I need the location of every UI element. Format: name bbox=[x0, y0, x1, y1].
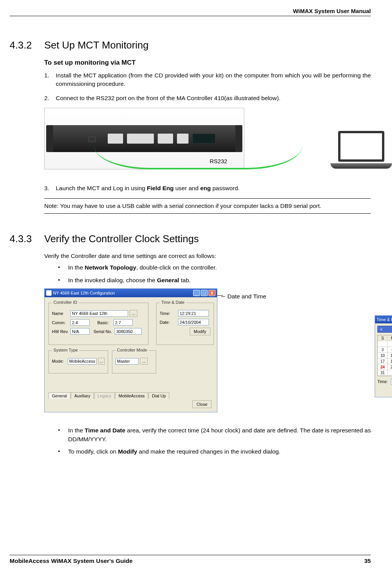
window-titlebar: NY 4568 East 12th Configuration _ □ X bbox=[45, 289, 217, 297]
note-block: Note: You may have to use a USB cable wi… bbox=[44, 198, 371, 214]
section-number: 4.3.2 bbox=[10, 39, 44, 51]
bullet-item: • In the Network Topology, double-click … bbox=[58, 263, 371, 272]
dow-row: S M T W T F S bbox=[378, 335, 392, 341]
day-cell[interactable]: 25 bbox=[388, 364, 392, 370]
day-cell bbox=[388, 341, 392, 347]
rs232-label: RS232 bbox=[210, 158, 227, 164]
laptop-icon bbox=[330, 131, 392, 175]
day-cell[interactable]: 11 bbox=[388, 353, 392, 358]
close-dialog-button[interactable]: Close bbox=[192, 400, 212, 408]
basic-input[interactable] bbox=[113, 319, 133, 326]
step-2: 2. Connect to the RS232 port on the fron… bbox=[44, 94, 371, 102]
mode-label: Mode: bbox=[52, 359, 68, 363]
step-number: 2. bbox=[44, 94, 56, 102]
minimize-button[interactable]: _ bbox=[193, 290, 200, 296]
group-legend: System Type bbox=[52, 348, 79, 352]
hw-input[interactable] bbox=[70, 328, 90, 335]
panel-icon bbox=[108, 134, 123, 144]
day-cell[interactable]: 31 bbox=[378, 370, 388, 376]
datepicker-titlebar: Time & Date configura... X bbox=[375, 316, 392, 323]
name-input[interactable] bbox=[70, 310, 128, 317]
group-legend: Controller ID bbox=[52, 300, 79, 305]
day-cell[interactable]: 18 bbox=[388, 358, 392, 364]
laptop-screen-icon bbox=[338, 131, 384, 162]
comm-label: Comm: bbox=[52, 320, 70, 325]
browse-button[interactable]: ... bbox=[98, 358, 105, 365]
step-number: 1. bbox=[44, 71, 56, 89]
day-cell[interactable]: 10 bbox=[378, 353, 388, 358]
serial-input[interactable] bbox=[115, 328, 142, 335]
close-button[interactable]: X bbox=[209, 290, 215, 296]
controller-mode-group: Controller Mode ... bbox=[112, 350, 156, 373]
bullet-item: • In the Time and Date area, verify the … bbox=[58, 426, 371, 444]
date-time-callout: Date and Time bbox=[221, 293, 266, 300]
calendar-row: 31 bbox=[378, 370, 392, 376]
config-window: NY 4568 East 12th Configuration _ □ X Co… bbox=[44, 288, 217, 412]
datepicker-window: Time & Date configura... X < October 200… bbox=[375, 315, 392, 397]
prev-month-button[interactable]: < bbox=[380, 327, 382, 332]
controller-mode-input[interactable] bbox=[115, 358, 138, 365]
tab-general[interactable]: General bbox=[48, 392, 70, 399]
basic-label: Basic: bbox=[97, 320, 113, 325]
cable-icon bbox=[94, 146, 302, 169]
controller-id-group: Controller ID Name ... Comm: Basic: HW R… bbox=[48, 303, 148, 345]
time-date-group: Time & Date Time: Date: Modify bbox=[156, 303, 214, 345]
time-label: Time: bbox=[377, 379, 388, 384]
config-figure: Date and Time NY 4568 East 12th Configur… bbox=[44, 288, 371, 419]
tab-dialup[interactable]: Dial Up bbox=[148, 392, 169, 399]
section-number: 4.3.3 bbox=[10, 233, 44, 245]
comm-input[interactable] bbox=[70, 319, 90, 326]
page-footer: MobileAccess WiMAX System User's Guide 3… bbox=[10, 555, 371, 564]
day-cell[interactable]: 4 bbox=[388, 347, 392, 353]
browse-button[interactable]: ... bbox=[130, 310, 137, 317]
day-cell bbox=[388, 370, 392, 376]
section-heading-432: 4.3.2Set Up MCT Monitoring bbox=[10, 39, 371, 51]
day-cell[interactable]: 17 bbox=[378, 358, 388, 364]
step-text: Connect to the RS232 port on the front o… bbox=[56, 94, 371, 102]
step-text: Install the MCT application (from the CD… bbox=[56, 71, 371, 89]
bullet-icon: • bbox=[58, 263, 68, 272]
tab-legacy[interactable]: Legacy bbox=[94, 392, 115, 399]
date-input[interactable] bbox=[178, 319, 209, 325]
time-row: Time: ▲▼ : ▲▼ bbox=[377, 378, 392, 385]
dow-cell: S bbox=[378, 335, 388, 341]
serial-label: Serial No. bbox=[93, 329, 115, 334]
tab-bar: General Auxiliary Legacy MobileAccess Di… bbox=[48, 392, 170, 399]
step-number: 3. bbox=[44, 184, 56, 193]
calendar-row: 3456789 bbox=[378, 347, 392, 353]
steps-list-2: 3. Launch the MCT and Log in using Field… bbox=[44, 184, 371, 193]
footer-left: MobileAccess WiMAX System User's Guide bbox=[10, 558, 133, 564]
maximize-button[interactable]: □ bbox=[201, 290, 208, 296]
group-legend: Controller Mode bbox=[115, 348, 148, 352]
dow-cell: M bbox=[388, 335, 392, 341]
window-title: NY 4568 East 12th Configuration bbox=[53, 291, 192, 295]
day-cell bbox=[378, 341, 388, 347]
modify-button[interactable]: Modify bbox=[190, 328, 210, 335]
datepicker-title: Time & Date configura... bbox=[377, 317, 392, 322]
date-label: Date: bbox=[160, 320, 178, 325]
calendar-row: 24252627282930 bbox=[378, 364, 392, 370]
mode-input[interactable] bbox=[68, 358, 97, 365]
browse-button[interactable]: ... bbox=[140, 358, 148, 365]
day-cell[interactable]: 3 bbox=[378, 347, 388, 353]
section-title: Verify the Controller Clock Settings bbox=[44, 233, 199, 244]
name-label: Name bbox=[52, 311, 70, 316]
subhead-432: To set up monitoring via MCT bbox=[44, 59, 371, 67]
system-type-group: System Type Mode: ... bbox=[48, 350, 108, 373]
page-header: WiMAX System User Manual bbox=[10, 8, 371, 16]
page-number: 35 bbox=[364, 558, 371, 564]
day-cell[interactable]: 24 bbox=[378, 364, 388, 370]
device-figure: RS232 bbox=[44, 108, 371, 177]
app-icon bbox=[46, 290, 52, 296]
tab-auxiliary[interactable]: Auxiliary bbox=[71, 392, 94, 399]
group-legend: Time & Date bbox=[160, 300, 186, 305]
step-3: 3. Launch the MCT and Log in using Field… bbox=[44, 184, 371, 193]
panel-icon bbox=[158, 134, 173, 144]
calendar-row: 12 bbox=[378, 341, 392, 347]
rs232-port-icon bbox=[88, 137, 95, 142]
bullets-bottom: • In the Time and Date area, verify the … bbox=[58, 426, 371, 456]
panel-icon bbox=[177, 134, 188, 144]
time-input[interactable] bbox=[178, 310, 209, 316]
bullet-icon: • bbox=[58, 276, 68, 285]
tab-mobileaccess[interactable]: MobileAccess bbox=[115, 392, 148, 399]
